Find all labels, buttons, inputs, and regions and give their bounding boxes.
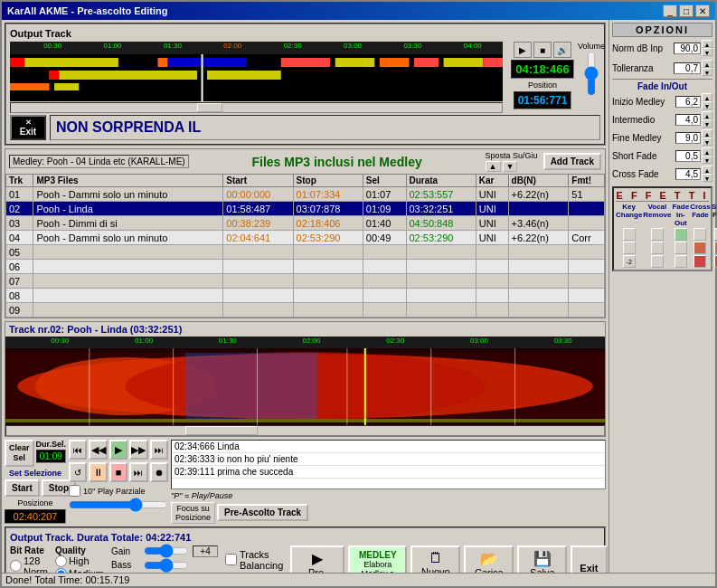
dur-value-display: 01:09	[36, 450, 66, 463]
key-change-icon-2[interactable]	[623, 242, 636, 254]
cross-fade-icon-2[interactable]	[693, 242, 706, 254]
table-row[interactable]: 02 Pooh - Linda 01:58:487 03:07:878 01:0…	[6, 202, 605, 216]
table-row[interactable]: 09	[6, 303, 605, 318]
fine-up-button[interactable]: ▲	[702, 129, 712, 138]
tol-down-button[interactable]: ▼	[702, 68, 712, 76]
cell-stop: 02:18:406	[293, 216, 363, 231]
pause-button[interactable]: ⏸	[89, 462, 107, 482]
effetti-section: E F F E T T I KeyChange VocalRemove Fade…	[612, 186, 712, 271]
tol-up-button[interactable]: ▲	[702, 60, 712, 68]
play-speed-slider[interactable]	[69, 499, 168, 510]
cell-durata	[406, 245, 476, 260]
track-visualization[interactable]	[10, 54, 503, 101]
start-button[interactable]: Start	[5, 479, 40, 497]
cell-db	[508, 289, 569, 303]
sposta-su-button[interactable]: ▲	[486, 161, 501, 172]
fine-down-button[interactable]: ▼	[702, 138, 712, 146]
play-partial-check[interactable]	[69, 485, 80, 497]
table-row[interactable]: 04 Pooh - Dammi solo un minuto 02:04:641…	[6, 231, 605, 245]
list-item[interactable]: 02:39:111 prima che succeda	[172, 466, 605, 479]
window-title: KarAll AKME - Pre-ascolto Editing	[7, 5, 167, 16]
norm-down-button[interactable]: ▼	[702, 48, 712, 56]
add-track-button[interactable]: Add Track	[543, 153, 601, 170]
track-scrollbar[interactable]	[10, 102, 503, 113]
play-button[interactable]: ▶	[514, 42, 532, 58]
exit-main-button[interactable]: ✕ Exit	[10, 115, 46, 140]
cell-trk: 09	[6, 303, 33, 318]
inizio-up-button[interactable]: ▲	[702, 93, 712, 101]
cfade-down-button[interactable]: ▼	[702, 174, 712, 182]
key-change-icon-3[interactable]: -2	[623, 255, 636, 268]
maximize-button[interactable]: □	[679, 5, 693, 17]
gain-value: +4	[193, 545, 218, 557]
stop-button-track[interactable]: ■	[533, 42, 552, 58]
next-track-button[interactable]: ⏭	[150, 440, 168, 460]
table-row[interactable]: 01 Pooh - Dammi solo un minuto 00:00:000…	[6, 187, 605, 202]
sfade-up-button[interactable]: ▲	[702, 147, 712, 156]
bass-slider[interactable]	[144, 560, 189, 571]
focus-pos-button[interactable]: Focus suPosizione	[171, 502, 215, 524]
tracks-balancing-option[interactable]: Tracks Balancing	[225, 549, 283, 571]
sposta-giu-button[interactable]: ▼	[503, 161, 518, 172]
cell-kar	[476, 274, 508, 289]
scroll-thumb[interactable]	[197, 103, 222, 112]
play-main-button[interactable]: ▶	[109, 440, 127, 460]
table-row[interactable]: 07	[6, 274, 605, 289]
cell-durata	[406, 274, 476, 289]
cell-fmt	[569, 202, 605, 216]
waveform-scroll-thumb[interactable]	[185, 426, 258, 435]
fade-icon-1[interactable]	[675, 228, 687, 241]
speaker-button[interactable]: 🔊	[553, 42, 571, 58]
cfade-up-button[interactable]: ▲	[702, 166, 712, 174]
cell-kar: UNI	[476, 187, 508, 202]
table-row[interactable]: 03 Pooh - Dimmi di si 00:38:239 02:18:40…	[6, 216, 605, 231]
vocal-remove-icon-3[interactable]	[651, 255, 664, 268]
volume-slider[interactable]	[584, 51, 599, 96]
stop-main-button[interactable]: ■	[109, 462, 127, 482]
vocal-remove-icon-1[interactable]	[651, 228, 664, 241]
cross-fade-icon-1[interactable]	[693, 228, 706, 241]
cell-file	[33, 303, 223, 318]
svg-rect-1	[10, 58, 24, 67]
output-track-title: Output Track	[10, 28, 600, 39]
loop-button[interactable]: ↺	[69, 462, 87, 482]
fade-icon-2[interactable]	[675, 242, 687, 254]
cell-stop: 02:53:290	[293, 231, 363, 245]
bottom-controls: ClearSel Dur.Sel. 01:09 Set Selezione St…	[5, 440, 606, 524]
inizio-down-button[interactable]: ▼	[702, 101, 712, 109]
clear-sel-button[interactable]: ClearSel	[5, 440, 34, 467]
rec-button[interactable]: ⏺	[150, 462, 168, 482]
minimize-button[interactable]: _	[663, 5, 677, 17]
table-row[interactable]: 08	[6, 289, 605, 303]
gain-slider[interactable]	[144, 545, 189, 556]
cell-fmt	[569, 303, 605, 318]
inter-down-button[interactable]: ▼	[702, 119, 712, 128]
inizio-row: Inizio Medley 6,2 ▲ ▼	[612, 93, 712, 109]
end-button[interactable]: ⏭	[129, 462, 147, 482]
inter-up-button[interactable]: ▲	[702, 111, 712, 119]
table-row[interactable]: 05	[6, 245, 605, 260]
rew-button[interactable]: ◀◀	[89, 440, 107, 460]
waveform-scrollbar[interactable]	[5, 425, 605, 436]
cell-stop	[293, 274, 363, 289]
quality-high-option[interactable]: High	[55, 555, 104, 567]
ff-button[interactable]: ▶▶	[129, 440, 147, 460]
vocal-remove-icon-2[interactable]	[651, 242, 664, 254]
key-change-icon-1[interactable]	[623, 228, 636, 241]
prev-track-button[interactable]: ⏮	[69, 440, 87, 460]
svg-rect-0	[10, 58, 118, 67]
pre-ascolto-track-button[interactable]: Pre-Ascolto Track	[217, 504, 308, 521]
waveform-display[interactable]	[5, 348, 605, 425]
list-item[interactable]: 02:36:333 io non ho piu' niente	[172, 453, 605, 466]
cross-fade-icon-3[interactable]	[693, 255, 706, 268]
lyrics-list[interactable]: 02:34:666 Linda02:36:333 io non ho piu' …	[171, 440, 606, 489]
sfade-down-button[interactable]: ▼	[702, 156, 712, 164]
norm-up-button[interactable]: ▲	[702, 40, 712, 48]
transport-row: ⏮ ◀◀ ▶ ▶▶ ⏭	[69, 440, 168, 460]
list-item[interactable]: 02:34:666 Linda	[172, 441, 605, 453]
right-panel: OPZIONI Norm dB Inp 90,0 ▲ ▼ Tolleranza …	[609, 20, 715, 586]
close-button[interactable]: ✕	[695, 5, 710, 17]
table-row[interactable]: 06	[6, 260, 605, 274]
fade-icon-3[interactable]	[675, 255, 687, 268]
waveform-section: Track nr.02: Pooh - Linda (03:32:251) 00…	[5, 321, 606, 437]
